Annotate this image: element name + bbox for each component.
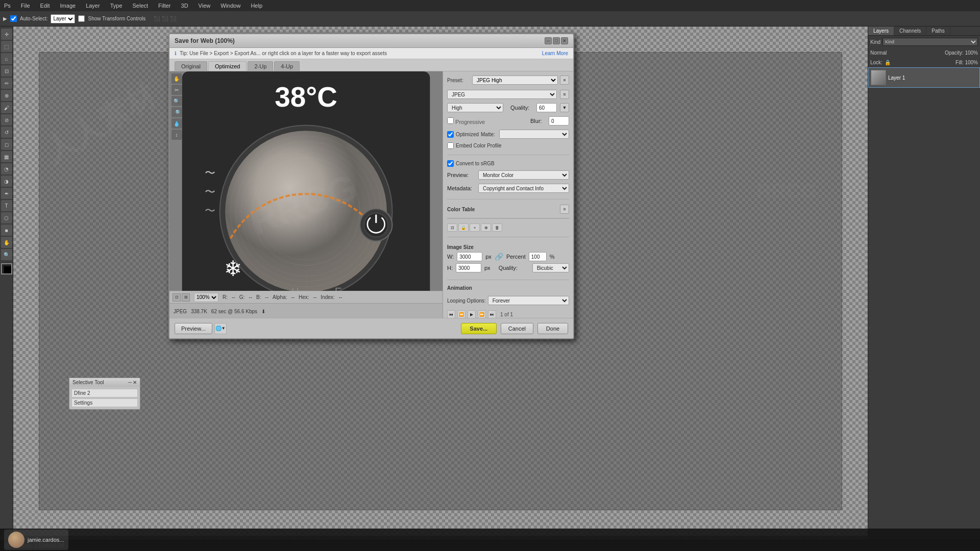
selective-dfine[interactable]: Dfine 2 (71, 389, 138, 397)
menu-file[interactable]: File (19, 2, 32, 10)
close-selective-icon[interactable]: ✕ (133, 380, 137, 385)
toggle-tool[interactable]: ↕ (172, 130, 182, 140)
preview-select[interactable]: Monitor Color (478, 170, 569, 180)
preview-area[interactable]: ✋ ✂ 🔍 🔎 💧 ↕ 38°C (169, 71, 443, 319)
hand-preview-tool[interactable]: ✋ (172, 73, 182, 84)
pen-tool[interactable]: ✒ (1, 188, 12, 199)
subsample-select[interactable]: High (447, 103, 503, 112)
percent-input[interactable] (529, 252, 547, 261)
color-table-menu-btn[interactable]: ≡ (560, 205, 569, 214)
cancel-button[interactable]: Cancel (501, 323, 533, 334)
menu-layer[interactable]: Layer (84, 2, 102, 10)
quality-input[interactable] (536, 103, 557, 112)
download-icon[interactable]: ⬇ (261, 309, 265, 314)
menu-type[interactable]: Type (108, 2, 125, 10)
optimized-checkbox[interactable] (447, 131, 454, 138)
auto-select-dropdown[interactable]: Layer (51, 14, 75, 23)
tab-original[interactable]: Original (175, 61, 207, 71)
brush-tool[interactable]: 🖌 (1, 102, 12, 113)
convert-srgb-checkbox[interactable] (447, 160, 454, 167)
zoom-out-tool[interactable]: 🔎 (172, 107, 182, 117)
embed-profile-checkbox[interactable] (447, 142, 454, 149)
tool-select-icon[interactable]: ▶ (3, 16, 7, 21)
menu-select[interactable]: Select (131, 2, 151, 10)
ct-lock-btn[interactable]: 🔒 (458, 223, 469, 232)
hand-tool[interactable]: ✋ (1, 237, 12, 248)
anim-first-btn[interactable]: ⏮ (447, 310, 455, 318)
tab-optimized[interactable]: Optimized (208, 61, 247, 71)
preview-button[interactable]: Preview... (175, 323, 212, 334)
progressive-checkbox[interactable] (447, 117, 454, 124)
menu-help[interactable]: Help (249, 2, 264, 10)
ct-add-btn[interactable]: + (470, 223, 480, 232)
selective-settings[interactable]: Settings (71, 398, 138, 407)
history-brush[interactable]: ↺ (1, 127, 12, 138)
eyedropper-tool[interactable]: ✏ (1, 78, 12, 89)
tab-2up[interactable]: 2-Up (248, 61, 273, 71)
layer-item[interactable]: Layer 1 (868, 67, 980, 88)
quality-menu-btn[interactable]: ▼ (560, 103, 569, 112)
type-tool[interactable]: T (1, 200, 12, 211)
eraser-tool[interactable]: ◻ (1, 139, 12, 150)
preset-select[interactable]: JPEG High (472, 76, 558, 85)
eyedropper-preview-tool[interactable]: 💧 (172, 118, 182, 129)
save-button[interactable]: Save... (461, 323, 497, 334)
preview-dropdown[interactable]: 🌐 ▼ (214, 323, 227, 334)
tab-layers[interactable]: Layers (868, 27, 894, 35)
foreground-color[interactable] (1, 263, 12, 274)
dialog-minimize[interactable]: ─ (545, 37, 552, 44)
select-tool[interactable]: ⬚ (1, 41, 12, 52)
ct-map-btn[interactable]: ⊡ (447, 223, 457, 232)
align-right-icon[interactable]: ⬛ (170, 16, 176, 21)
view-icon-2[interactable]: ⊞ (182, 293, 190, 302)
menu-3d[interactable]: 3D (179, 2, 190, 10)
crop-tool[interactable]: ⊡ (1, 65, 12, 77)
kind-select[interactable]: Kind (883, 38, 978, 46)
dodge-tool[interactable]: ◑ (1, 176, 12, 187)
minimize-selective-icon[interactable]: ─ (128, 380, 132, 385)
move-tool[interactable]: ✛ (1, 29, 12, 40)
matte-select[interactable] (499, 130, 569, 139)
blur-input[interactable] (549, 116, 569, 126)
anim-prev-btn[interactable]: ⏪ (457, 310, 465, 318)
metadata-select[interactable]: Copyright and Contact Info (478, 184, 569, 193)
transform-controls-checkbox[interactable] (78, 15, 85, 22)
done-button[interactable]: Done (537, 323, 568, 334)
lasso-tool[interactable]: ⌂ (1, 53, 12, 64)
tab-4up[interactable]: 4-Up (274, 61, 300, 71)
blur-tool[interactable]: ◔ (1, 163, 12, 174)
format-select[interactable]: JPEG (447, 90, 557, 99)
align-left-icon[interactable]: ⬛ (154, 16, 160, 21)
dialog-close[interactable]: ✕ (561, 37, 568, 44)
taskbar-avatar-item[interactable]: jamie.cardos... (4, 530, 68, 550)
menu-view[interactable]: View (197, 2, 213, 10)
anim-last-btn[interactable]: ⏭ (488, 310, 496, 318)
anim-play-btn[interactable]: ▶ (468, 310, 476, 318)
align-center-icon[interactable]: ⬛ (162, 16, 168, 21)
width-input[interactable] (457, 252, 482, 261)
height-input[interactable] (456, 263, 481, 272)
menu-window[interactable]: Window (218, 2, 242, 10)
learn-more-link[interactable]: Learn More (542, 51, 568, 56)
ct-web-btn[interactable]: ⊕ (481, 223, 491, 232)
link-icon[interactable]: 🔗 (495, 253, 503, 261)
zoom-in-tool[interactable]: 🔍 (172, 96, 182, 106)
anim-next-btn[interactable]: ⏩ (478, 310, 486, 318)
healing-tool[interactable]: ⊕ (1, 90, 12, 101)
lock-transparent-icon[interactable]: 🔒 (885, 60, 891, 65)
zoom-tool[interactable]: 🔍 (1, 249, 12, 260)
looping-select[interactable]: Forever (488, 296, 569, 305)
menu-filter[interactable]: Filter (156, 2, 173, 10)
menu-ps[interactable]: Ps (2, 2, 13, 10)
auto-select-checkbox[interactable] (10, 15, 17, 22)
tab-channels[interactable]: Channels (894, 27, 926, 35)
menu-edit[interactable]: Edit (38, 2, 52, 10)
zoom-select[interactable]: 100% (194, 293, 218, 302)
dialog-maximize[interactable]: □ (553, 37, 560, 44)
path-tool[interactable]: ⬡ (1, 212, 12, 223)
ct-delete-btn[interactable]: 🗑 (492, 223, 502, 232)
menu-image[interactable]: Image (58, 2, 78, 10)
shape-tool[interactable]: ■ (1, 224, 12, 236)
format-menu-btn[interactable]: ≡ (560, 90, 569, 99)
slice-preview-tool[interactable]: ✂ (172, 85, 182, 95)
